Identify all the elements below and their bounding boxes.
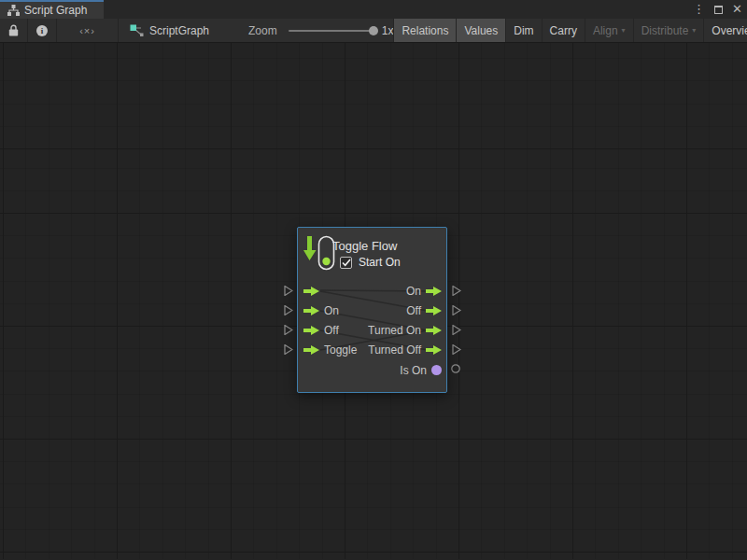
external-output-port[interactable]	[452, 305, 461, 315]
title-bar: Script Graph ⋮ ✕	[0, 0, 747, 19]
carry-button[interactable]: Carry	[542, 19, 585, 42]
output-port-turned-on[interactable]: Turned On	[368, 320, 442, 340]
value-port-icon	[431, 365, 442, 375]
window-menu-icon[interactable]: ⋮	[693, 0, 705, 19]
flow-arrow-icon	[303, 326, 319, 335]
zoom-value: 1x	[382, 24, 394, 37]
flow-arrow-icon	[303, 306, 319, 315]
tab-title: Script Graph	[24, 4, 87, 17]
script-graph-asset-icon	[130, 24, 144, 37]
overview-button[interactable]: Overview	[703, 19, 747, 42]
graph-canvas[interactable]: Toggle Flow Start On On Off Toggle	[0, 43, 747, 559]
graph-hierarchy-icon	[7, 5, 20, 16]
align-button[interactable]: Align ▾	[585, 19, 633, 42]
external-input-port[interactable]	[284, 286, 293, 296]
input-port-toggle[interactable]: Toggle	[303, 340, 357, 359]
maximize-icon[interactable]	[714, 6, 723, 14]
node-title: Toggle Flow	[332, 239, 397, 253]
zoom-slider-handle[interactable]	[369, 26, 378, 35]
lock-icon	[8, 24, 19, 36]
external-input-port[interactable]	[284, 305, 293, 315]
toggle-flow-node[interactable]: Toggle Flow Start On On Off Toggle	[297, 227, 447, 393]
flow-arrow-icon	[303, 345, 319, 355]
external-value-port[interactable]	[451, 364, 460, 373]
toggle-flow-icon	[303, 235, 335, 271]
external-input-port[interactable]	[284, 325, 293, 335]
external-input-port[interactable]	[284, 344, 293, 355]
zoom-slider[interactable]	[289, 30, 374, 32]
values-button[interactable]: Values	[456, 19, 505, 42]
start-on-checkbox[interactable]	[340, 257, 352, 269]
input-port-off[interactable]: Off	[303, 320, 339, 340]
start-on-label: Start On	[359, 256, 401, 269]
toolbar-right-group: Relations Values Dim Carry Align ▾ Distr…	[393, 19, 747, 42]
info-icon: i	[36, 25, 48, 36]
relations-button[interactable]: Relations	[393, 19, 456, 42]
start-on-setting: Start On	[340, 256, 401, 269]
external-output-port[interactable]	[452, 344, 461, 355]
close-icon[interactable]: ✕	[732, 0, 742, 19]
lock-button[interactable]	[0, 19, 28, 42]
toolbar-left-group: i ‹×›	[0, 19, 119, 42]
input-port-on[interactable]: On	[303, 301, 339, 320]
dim-button[interactable]: Dim	[505, 19, 541, 42]
window-controls: ⋮ ✕	[693, 0, 742, 19]
info-button[interactable]: i	[28, 19, 57, 42]
flow-arrow-icon	[303, 287, 319, 296]
flow-arrow-icon	[426, 287, 442, 296]
breadcrumb[interactable]: ScriptGraph	[120, 19, 218, 42]
external-output-port[interactable]	[452, 325, 461, 335]
output-port-off[interactable]: Off	[406, 301, 442, 320]
input-port-enter[interactable]	[303, 281, 324, 301]
output-port-turned-off[interactable]: Turned Off	[368, 340, 442, 359]
flow-arrow-icon	[426, 326, 442, 335]
flow-arrow-icon	[426, 306, 442, 315]
zoom-control: Zoom 1x	[248, 19, 393, 42]
breadcrumb-label: ScriptGraph	[149, 24, 209, 37]
zoom-label: Zoom	[248, 24, 277, 37]
dropdown-arrow-icon: ▾	[622, 26, 626, 35]
code-icon: ‹×›	[79, 25, 95, 36]
flow-arrow-icon	[426, 345, 442, 355]
output-port-on[interactable]: On	[406, 281, 442, 301]
checkmark-icon	[342, 259, 351, 267]
dropdown-arrow-icon: ▾	[692, 26, 696, 35]
code-view-button[interactable]: ‹×›	[57, 19, 119, 42]
output-port-is-on[interactable]: Is On	[400, 360, 442, 380]
external-output-port[interactable]	[452, 286, 461, 296]
distribute-button[interactable]: Distribute ▾	[633, 19, 704, 42]
tab-script-graph[interactable]: Script Graph	[0, 0, 104, 19]
graph-toolbar: i ‹×› ScriptGraph Zoom 1x Relations Valu…	[0, 19, 747, 43]
